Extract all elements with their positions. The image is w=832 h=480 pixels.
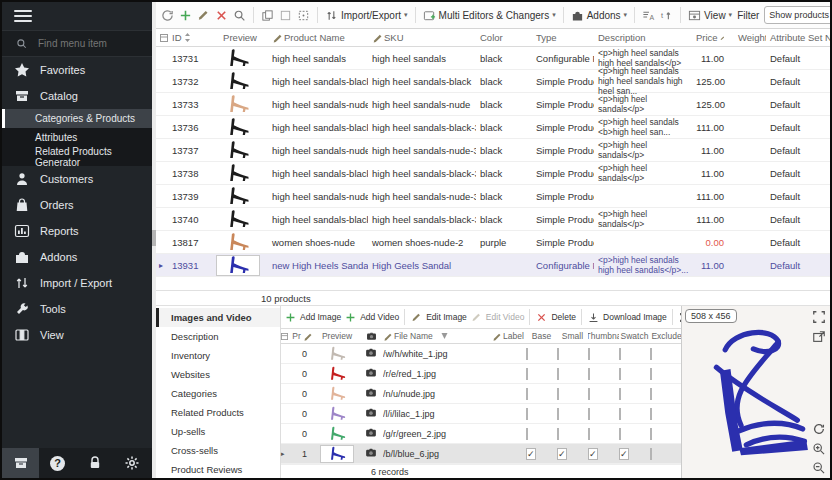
col-header-small[interactable]: Small <box>557 331 588 341</box>
cell-exclude[interactable] <box>650 449 681 459</box>
splitter-handle[interactable] <box>152 230 156 246</box>
table-row[interactable]: 13740 high heel sandals-black-38 high he… <box>156 208 830 231</box>
sidebar-item-tools[interactable]: Tools <box>2 296 152 322</box>
exclude-checkbox[interactable] <box>650 408 652 420</box>
settings-button[interactable] <box>113 448 150 478</box>
col-header-attribute-set[interactable]: Attribute Set Name <box>766 32 830 43</box>
col-header-thumbnail[interactable]: Thumbna <box>588 331 619 341</box>
detail-tab[interactable]: Inventory <box>156 346 280 365</box>
col-header-type[interactable]: Type <box>532 32 594 43</box>
sidebar-item-orders[interactable]: Orders <box>2 192 152 218</box>
base-checkbox[interactable] <box>526 368 528 380</box>
cell-small[interactable] <box>557 349 588 359</box>
exclude-checkbox[interactable] <box>650 368 652 380</box>
thumbnail-checkbox[interactable] <box>588 428 590 440</box>
small-checkbox[interactable] <box>557 428 559 440</box>
addons-menu[interactable]: Addons▾ <box>571 9 627 22</box>
detail-tab[interactable]: Related Products <box>156 403 280 422</box>
col-header-image-preview[interactable]: Preview <box>315 331 359 341</box>
col-header-position[interactable]: Pr <box>289 331 315 341</box>
base-checkbox[interactable] <box>526 348 528 360</box>
swatch-checkbox[interactable] <box>619 368 621 380</box>
small-checkbox[interactable] <box>557 368 559 380</box>
table-row[interactable]: 13739 high heel sandals-nude-37 high hee… <box>156 185 830 208</box>
small-checkbox[interactable] <box>557 348 559 360</box>
cell-swatch[interactable] <box>619 369 650 379</box>
cell-thumbnail[interactable] <box>588 409 619 419</box>
table-row[interactable]: 13738 high heel sandals-black-37 high he… <box>156 162 830 185</box>
exclude-checkbox[interactable] <box>650 448 652 460</box>
col-header-id[interactable]: ID <box>168 32 208 43</box>
col-header-product-name[interactable]: Product Name <box>268 32 368 43</box>
menu-hamburger-icon[interactable] <box>14 7 32 25</box>
cell-exclude[interactable] <box>650 389 681 399</box>
col-header-price[interactable]: Price <box>692 32 734 43</box>
thumbnail-checkbox[interactable] <box>588 348 590 360</box>
detail-tab[interactable]: Cross-sells <box>156 441 280 460</box>
edit-image-button[interactable]: Edit Image <box>410 312 467 323</box>
base-checkbox[interactable]: ✓ <box>526 448 536 460</box>
sidebar-item-view[interactable]: View <box>2 322 152 348</box>
col-header-camera[interactable] <box>359 331 383 342</box>
cell-camera[interactable] <box>359 407 383 421</box>
cell-small[interactable]: ✓ <box>557 449 588 459</box>
cell-small[interactable] <box>557 389 588 399</box>
col-header-base[interactable]: Base <box>526 331 557 341</box>
search-button[interactable] <box>233 9 246 22</box>
rotate-button[interactable] <box>812 422 826 436</box>
sidebar-item-customers[interactable]: Customers <box>2 166 152 192</box>
exclude-checkbox[interactable] <box>650 388 652 400</box>
col-header-swatch[interactable]: Swatch <box>619 331 650 341</box>
sidebar-item-related-products-generator[interactable]: Related Products Generator <box>2 147 152 166</box>
cell-base[interactable] <box>526 349 557 359</box>
cell-camera[interactable] <box>359 367 383 381</box>
table-row[interactable]: 13736 high heel sandals-black-36 high he… <box>156 116 830 139</box>
help-button[interactable]: ? <box>39 448 76 478</box>
image-row[interactable]: ▸ 1 /b/l/blue_6.jpg ✓ ✓ ✓ ✓ <box>281 444 681 464</box>
refresh-button[interactable] <box>161 9 174 22</box>
detail-tab[interactable]: Up-sells <box>156 422 280 441</box>
col-header-label[interactable]: Label <box>492 331 526 341</box>
cell-base[interactable] <box>526 369 557 379</box>
swatch-checkbox[interactable] <box>619 388 621 400</box>
cell-exclude[interactable] <box>650 409 681 419</box>
small-checkbox[interactable]: ✓ <box>557 448 567 460</box>
sidebar-splitter[interactable] <box>152 2 156 478</box>
sidebar-item-attributes[interactable]: Attributes <box>2 128 152 147</box>
thumbnail-checkbox[interactable] <box>588 368 590 380</box>
cell-thumbnail[interactable]: ✓ <box>588 449 619 459</box>
cell-camera[interactable] <box>359 447 383 461</box>
clone-button[interactable] <box>297 9 310 22</box>
edit-button[interactable] <box>197 9 210 22</box>
cell-thumbnail[interactable] <box>588 349 619 359</box>
add-video-button[interactable]: Add Video <box>344 312 399 323</box>
swatch-checkbox[interactable] <box>619 408 621 420</box>
cell-exclude[interactable] <box>650 369 681 379</box>
detail-tab[interactable]: Description <box>156 327 280 346</box>
cell-base[interactable]: ✓ <box>526 449 557 459</box>
detail-tab[interactable]: Product Reviews <box>156 460 280 479</box>
delete-image-button[interactable]: Delete <box>535 312 576 323</box>
table-row[interactable]: 13737 high heel sandals-nude-36 high hee… <box>156 139 830 162</box>
cell-swatch[interactable]: ✓ <box>619 449 650 459</box>
base-checkbox[interactable] <box>526 388 528 400</box>
col-header-color[interactable]: Color <box>476 32 532 43</box>
sidebar-item-addons[interactable]: Addons <box>2 244 152 270</box>
exclude-checkbox[interactable] <box>650 428 652 440</box>
row-expander[interactable]: ▸ <box>156 261 168 270</box>
open-external-button[interactable] <box>812 330 826 344</box>
add-image-button[interactable]: Add Image <box>284 312 341 323</box>
delete-button[interactable] <box>215 9 228 22</box>
swatch-checkbox[interactable] <box>619 348 621 360</box>
cell-swatch[interactable] <box>619 409 650 419</box>
fit-screen-button[interactable] <box>812 310 826 324</box>
lock-button[interactable] <box>76 448 113 478</box>
image-row[interactable]: 0 /g/r/green_2.jpg <box>281 424 681 444</box>
thumbnail-checkbox[interactable] <box>588 408 590 420</box>
cell-thumbnail[interactable] <box>588 369 619 379</box>
column-chooser-icon[interactable] <box>281 333 289 340</box>
zoom-in-button[interactable] <box>812 442 826 456</box>
cell-small[interactable] <box>557 429 588 439</box>
thumbnail-checkbox[interactable] <box>588 388 590 400</box>
swatch-checkbox[interactable] <box>619 428 621 440</box>
